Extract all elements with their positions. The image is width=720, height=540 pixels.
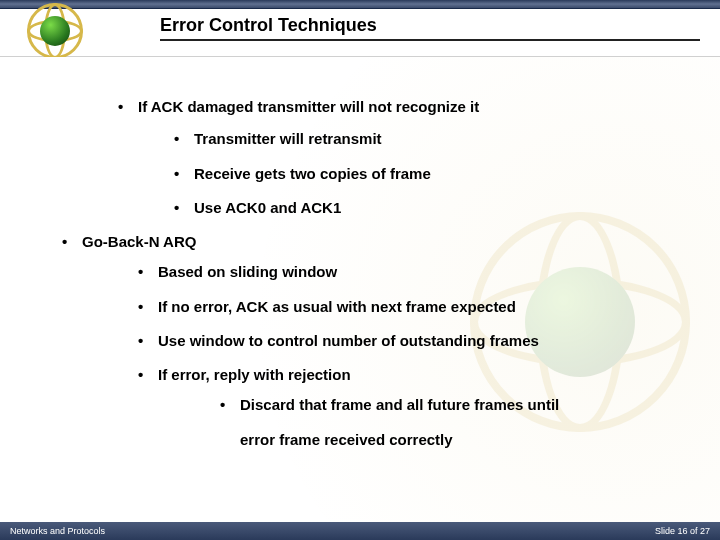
slide: A · P · I · I · T ASIA PACIFIC INSTITUTE…	[0, 0, 720, 540]
bullet-text: Based on sliding window	[158, 263, 337, 280]
bullet-text-cont: error frame received correctly	[240, 430, 700, 450]
bullet-text: If ACK damaged transmitter will not reco…	[138, 98, 479, 115]
bullet-text: Receive gets two copies of frame	[194, 165, 431, 182]
bullet-sub-ack: Transmitter will retransmit Receive gets…	[168, 129, 700, 218]
slide-title: Error Control Techniques	[160, 15, 700, 41]
footer-bar: Networks and Protocols Slide 16 of 27	[0, 522, 720, 540]
footer-left: Networks and Protocols	[10, 526, 105, 536]
bullet-sub-rejection: Discard that frame and all future frames…	[214, 395, 700, 450]
bullet-group-gbn: Go-Back-N ARQ Based on sliding window If…	[56, 232, 700, 450]
bullet-text: Discard that frame and all future frames…	[240, 396, 559, 413]
bullet-text: Use window to control number of outstand…	[158, 332, 539, 349]
globe-icon	[27, 3, 83, 59]
list-item: Use window to control number of outstand…	[132, 331, 700, 351]
footer-right: Slide 16 of 27	[655, 526, 710, 536]
list-item: Discard that frame and all future frames…	[214, 395, 700, 450]
bullet-text: If no error, ACK as usual with next fram…	[158, 298, 516, 315]
list-item: Receive gets two copies of frame	[168, 164, 700, 184]
list-item: Go-Back-N ARQ Based on sliding window If…	[56, 232, 700, 450]
header-band: A · P · I · I · T ASIA PACIFIC INSTITUTE…	[0, 9, 720, 57]
content-area: If ACK damaged transmitter will not reco…	[0, 57, 720, 522]
list-item: Transmitter will retransmit	[168, 129, 700, 149]
list-item: If no error, ACK as usual with next fram…	[132, 297, 700, 317]
bullet-text: Use ACK0 and ACK1	[194, 199, 341, 216]
bullet-text: Transmitter will retransmit	[194, 130, 382, 147]
bullet-group-ack: If ACK damaged transmitter will not reco…	[112, 97, 700, 218]
bullet-text: Go-Back-N ARQ	[82, 233, 196, 250]
list-item: Use ACK0 and ACK1	[168, 198, 700, 218]
list-item: Based on sliding window	[132, 262, 700, 282]
header-accent-bar	[0, 0, 720, 9]
list-item: If ACK damaged transmitter will not reco…	[112, 97, 700, 218]
list-item: If error, reply with rejection Discard t…	[132, 365, 700, 450]
bullet-sub-gbn: Based on sliding window If no error, ACK…	[132, 262, 700, 450]
title-row: Error Control Techniques	[160, 15, 700, 41]
bullet-text: If error, reply with rejection	[158, 366, 351, 383]
